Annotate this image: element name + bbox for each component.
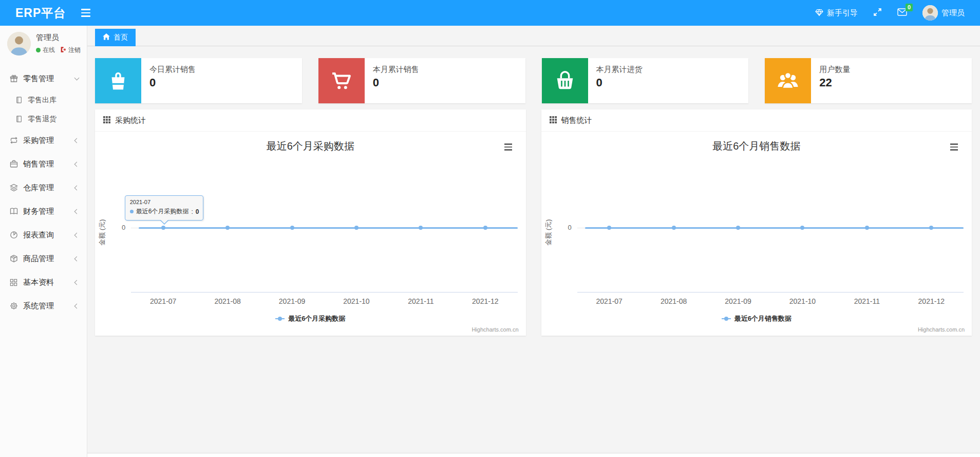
chart-context-menu-button[interactable]	[503, 142, 514, 152]
app-logo[interactable]: ERP平台	[0, 5, 66, 21]
series-marker-icon	[130, 210, 134, 213]
series-line	[585, 227, 964, 229]
chevron-left-icon	[74, 232, 80, 237]
tooltip-value: 0	[196, 208, 199, 215]
tab-home[interactable]: 首页	[95, 29, 136, 46]
x-axis-tick-label: 2021-09	[725, 297, 751, 305]
tab-home-label: 首页	[114, 33, 128, 42]
footer-bar	[87, 453, 980, 457]
y-axis-label: 金额 (元)	[544, 214, 553, 250]
tooltip-header: 2021-07	[130, 199, 198, 205]
stat-card-title: 今日累计销售	[149, 65, 196, 75]
panel-title: 销售统计	[561, 116, 592, 125]
gear-icon	[9, 302, 18, 310]
chevron-left-icon	[74, 303, 80, 308]
data-point[interactable]	[290, 226, 294, 230]
sidebar-item-label: 采购管理	[23, 136, 70, 145]
series-line	[139, 227, 517, 229]
chart-title: 最近6个月销售数据	[541, 139, 972, 153]
x-axis-labels: 2021-072021-082021-092021-102021-112021-…	[131, 297, 518, 306]
x-axis-tick-label: 2021-10	[789, 297, 816, 305]
fullscreen-button[interactable]	[873, 8, 882, 18]
data-point[interactable]	[161, 226, 165, 230]
x-axis-tick-label: 2021-08	[214, 297, 240, 305]
sidebar-item-label: 销售管理	[23, 159, 70, 169]
logout-button[interactable]: 注销	[60, 46, 81, 54]
shopping-basket-icon	[542, 58, 588, 103]
sidebar-item-label: 仓库管理	[23, 183, 70, 193]
data-point[interactable]	[354, 226, 359, 230]
panel-title: 采购统计	[115, 116, 146, 125]
x-axis-tick-label: 2021-08	[661, 297, 687, 305]
data-point[interactable]	[225, 226, 230, 230]
top-navbar: ERP平台 新手引导 0	[0, 0, 980, 26]
chevron-left-icon	[74, 138, 80, 143]
legend-series-icon	[275, 317, 285, 321]
sidebar-menu: 零售管理 零售出库 零售退货 采购管理	[0, 67, 87, 318]
layers-icon	[9, 184, 18, 192]
purchase-chart: 最近6个月采购数据 金额 (元) 0 2021-07 最近6个月采购数据: 0	[95, 132, 526, 335]
sidebar-item-retail-return[interactable]: 零售退货	[0, 109, 87, 129]
sidebar-item-retail-outbound[interactable]: 零售出库	[0, 90, 87, 109]
sidebar-item-label: 零售出库	[28, 96, 87, 105]
sidebar-item-system[interactable]: 系统管理	[0, 294, 87, 318]
highcharts-credit-link[interactable]: Highcharts.com.cn	[472, 326, 518, 333]
guide-button[interactable]: 新手引导	[815, 8, 858, 18]
ledger-icon	[9, 207, 18, 216]
expand-icon	[873, 8, 882, 18]
box-icon	[9, 254, 18, 263]
sidebar-toggle-button[interactable]	[78, 6, 93, 20]
data-point[interactable]	[672, 226, 676, 230]
shopping-bag-icon	[95, 58, 141, 103]
sidebar-item-retail[interactable]: 零售管理	[0, 67, 87, 90]
sidebar-item-basic-data[interactable]: 基本资料	[0, 270, 87, 294]
stat-card-user-count: 用户数量 22	[765, 58, 972, 103]
sidebar-item-reports[interactable]: 报表查询	[0, 223, 87, 247]
data-point[interactable]	[736, 226, 740, 230]
sidebar-item-label: 系统管理	[23, 301, 70, 311]
main-content: 首页 今日累计销售 0	[87, 26, 980, 457]
x-axis-tick-label: 2021-12	[472, 297, 498, 305]
chart-panels-row: 采购统计 最近6个月采购数据 金额 (元) 0 2021-07 最近6个月采购数…	[95, 109, 972, 336]
stat-card-month-sales: 本月累计销售 0	[318, 58, 525, 103]
sidebar-item-products[interactable]: 商品管理	[0, 247, 87, 270]
gem-icon	[815, 8, 823, 18]
sidebar-item-warehouse[interactable]: 仓库管理	[0, 176, 87, 199]
legend-item[interactable]: 最近6个月采购数据	[95, 314, 526, 323]
messages-button[interactable]: 0	[897, 8, 907, 17]
shopping-cart-icon	[318, 58, 365, 103]
chevron-left-icon	[74, 161, 80, 167]
legend-series-icon	[722, 317, 731, 321]
online-status-label: 在线	[43, 46, 55, 54]
data-point[interactable]	[419, 226, 423, 230]
sidebar-item-purchase[interactable]: 采购管理	[0, 129, 87, 152]
user-menu[interactable]: 管理员	[922, 5, 965, 21]
sidebar-user-panel: 管理员 在线 注销	[0, 26, 87, 63]
guide-label: 新手引导	[827, 8, 858, 18]
data-point[interactable]	[483, 226, 487, 230]
x-axis-tick-label: 2021-09	[279, 297, 305, 305]
legend-item[interactable]: 最近6个月销售数据	[541, 314, 972, 323]
avatar	[922, 5, 938, 21]
data-point[interactable]	[607, 226, 611, 230]
logout-label: 注销	[68, 46, 81, 54]
sidebar-item-label: 商品管理	[23, 254, 70, 264]
pie-chart-icon	[9, 231, 18, 240]
grid-icon	[9, 278, 18, 287]
plot-area: 金额 (元) 0	[577, 156, 964, 293]
data-point[interactable]	[929, 226, 933, 230]
plot-area: 金额 (元) 0 2021-07 最近6个月采购数据: 0	[131, 156, 518, 293]
sidebar-item-label: 零售退货	[28, 115, 87, 124]
highcharts-credit-link[interactable]: Highcharts.com.cn	[918, 326, 965, 333]
sidebar-item-sales[interactable]: 销售管理	[0, 152, 87, 176]
briefcase-icon	[9, 160, 18, 169]
chevron-left-icon	[74, 256, 80, 261]
data-point[interactable]	[865, 226, 869, 230]
sidebar-item-finance[interactable]: 财务管理	[0, 199, 87, 223]
chart-context-menu-button[interactable]	[949, 142, 959, 152]
x-axis-tick-label: 2021-12	[918, 297, 945, 305]
chart-tooltip: 2021-07 最近6个月采购数据: 0	[125, 195, 203, 221]
x-axis-tick-label: 2021-07	[150, 297, 176, 305]
stat-card-value: 0	[373, 76, 419, 89]
data-point[interactable]	[800, 226, 804, 230]
